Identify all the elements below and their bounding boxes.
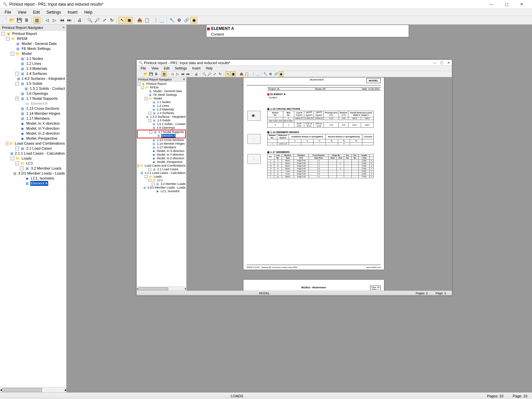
- tree-model[interactable]: Model: [21, 51, 32, 56]
- tree-12[interactable]: 1.2 Lines: [26, 61, 42, 66]
- inner-tool1-icon[interactable]: 🔧: [263, 71, 268, 76]
- inner-menu-insert[interactable]: Insert: [190, 66, 203, 70]
- inner-nav-hscroll[interactable]: ◂▸: [137, 287, 186, 291]
- tree-151[interactable]: 1.5.1 Solids - Contact: [29, 86, 66, 91]
- zoom-width-icon[interactable]: 🔎: [94, 17, 100, 24]
- inner-tree-fe[interactable]: FE Mesh Settings: [153, 93, 177, 97]
- inner-menu-settings[interactable]: Settings: [172, 66, 190, 70]
- cursor-icon[interactable]: ↖: [119, 17, 125, 24]
- tree-32[interactable]: 3.2 Member Loads: [30, 166, 62, 171]
- menu-edit[interactable]: Edit: [30, 9, 43, 15]
- inner-saveas-icon[interactable]: 🗎: [154, 71, 159, 76]
- inner-exp2-icon[interactable]: 📋: [244, 71, 249, 76]
- inner-maximize-button[interactable]: ▢: [440, 61, 443, 65]
- inner-menu-edit[interactable]: Edit: [161, 66, 172, 70]
- inner-tree-mx[interactable]: Model, In X-direction: [157, 149, 185, 153]
- tree-rfem[interactable]: RFEM: [16, 36, 28, 41]
- inner-tree-16[interactable]: 1.6 Openings: [157, 126, 175, 130]
- inner-save-icon[interactable]: 💾: [148, 71, 153, 76]
- open-icon[interactable]: 📂: [9, 17, 15, 24]
- inner-tree-211[interactable]: 2.1.1 Load Cases - Calculation: [144, 171, 186, 175]
- inner-tree-my[interactable]: Model, In Y-direction: [157, 153, 185, 157]
- inner-menu-view[interactable]: View: [149, 66, 161, 70]
- inner-exp1-icon[interactable]: 📤: [239, 71, 244, 76]
- prev-icon[interactable]: ◁: [44, 17, 51, 24]
- tree-lcc[interactable]: Load Cases and Combinations: [14, 141, 66, 146]
- menu-view[interactable]: View: [14, 9, 30, 15]
- navigator-tree[interactable]: -▣Printout Report -📁RFEM ▦Model - Genera…: [0, 31, 66, 387]
- maximize-button[interactable]: ▢: [499, 0, 514, 9]
- inner-tree-15[interactable]: 1.5 Solids: [157, 119, 171, 122]
- select-icon[interactable]: ▣: [126, 17, 133, 24]
- tree-114[interactable]: 1.14 Member Hinges: [26, 111, 61, 116]
- tree-16[interactable]: 1.6 Openings: [26, 91, 49, 96]
- tree-my[interactable]: Model, In Y-direction: [26, 126, 60, 131]
- refresh-icon[interactable]: ↻: [108, 17, 115, 24]
- inner-zoom3-icon[interactable]: ⤢: [212, 71, 217, 76]
- tool3-icon[interactable]: 🔗: [183, 17, 190, 24]
- tree-14[interactable]: 1.4 Surfaces: [26, 71, 48, 76]
- inner-refresh-icon[interactable]: ↻: [217, 71, 222, 76]
- inner-tree-mz[interactable]: Model, In Z-direction: [157, 157, 185, 160]
- tree-117[interactable]: 1.17 Members: [26, 116, 50, 121]
- tool1-icon[interactable]: 🔧: [169, 17, 175, 24]
- menu-help[interactable]: Help: [81, 9, 96, 15]
- toggle-nav-icon[interactable]: ▥: [34, 17, 40, 24]
- last-icon[interactable]: ⏭: [66, 17, 72, 24]
- inner-tree-14[interactable]: 1.4 Surfaces: [157, 111, 175, 115]
- inner-cursor-icon[interactable]: ↖: [225, 71, 230, 76]
- tool4-icon[interactable]: ◉: [191, 17, 197, 24]
- close-button[interactable]: ✕: [514, 0, 529, 9]
- inner-select-icon[interactable]: ▣: [231, 71, 236, 76]
- print-icon[interactable]: 🖨: [76, 17, 83, 24]
- inner-tree-mp[interactable]: Model, Perspective: [157, 160, 183, 164]
- inner-tree-21[interactable]: 2.1 Load Cases: [157, 168, 179, 171]
- inner-tree-element-a[interactable]: Element A: [161, 134, 176, 138]
- tree-mz[interactable]: Model, In Z-direction: [26, 131, 60, 136]
- inner-tree-mg[interactable]: Model - General Data: [153, 89, 182, 93]
- inner-tree-12[interactable]: 1.2 Lines: [157, 104, 170, 108]
- inner-exp4-icon[interactable]: 📃: [255, 71, 260, 76]
- tree-13[interactable]: 1.3 Materials: [26, 66, 48, 71]
- inner-tree-lc1[interactable]: LC1: [157, 179, 163, 182]
- inner-first-icon[interactable]: ⏮: [180, 71, 185, 76]
- inner-tree-loads[interactable]: Loads: [153, 175, 162, 179]
- inner-tree-rfem[interactable]: RFEM: [150, 86, 159, 89]
- inner-tool2-icon[interactable]: ⚙: [268, 71, 273, 76]
- saveas-icon[interactable]: 🗎: [23, 17, 30, 24]
- tree-142[interactable]: 1.4.2 Surfaces - Integrated: [21, 76, 66, 81]
- inner-open-icon[interactable]: 📂: [143, 71, 148, 76]
- inner-tree-151[interactable]: 1.5.1 Solids - Contact: [157, 122, 186, 126]
- inner-close-button[interactable]: ✕: [447, 61, 450, 65]
- tree-321[interactable]: 3.2/1 Member Loads - Loads: [17, 171, 66, 176]
- inner-tree-114[interactable]: 1.14 Member Hinges: [157, 142, 185, 146]
- tree-fe-mesh[interactable]: FE Mesh Settings: [21, 46, 51, 51]
- tree-mp[interactable]: Model, Perspective: [26, 136, 58, 141]
- tool2-icon[interactable]: ⚙: [176, 17, 183, 24]
- inner-tree-root[interactable]: Printout Report: [146, 82, 167, 86]
- inner-exp3-icon[interactable]: 📑: [249, 71, 254, 76]
- export4-icon[interactable]: 📃: [158, 17, 165, 24]
- inner-print-icon[interactable]: 🖨: [194, 71, 199, 76]
- inner-nav-close-icon[interactable]: ✕: [183, 78, 185, 81]
- inner-tool3-icon[interactable]: 🔗: [273, 71, 278, 76]
- inner-tree-lcc[interactable]: Load Cases and Combinations: [144, 164, 186, 168]
- inner-zoom2-icon[interactable]: 🔎: [207, 71, 212, 76]
- tree-element-a[interactable]: Element A: [30, 181, 48, 186]
- new-icon[interactable]: 📄: [1, 17, 8, 24]
- zoom-sel-icon[interactable]: ⤢: [101, 17, 108, 24]
- inner-tree-lciso[interactable]: LC1, Isometric: [160, 190, 180, 193]
- inner-tree-321[interactable]: 3.2/1 Member Loads - Loads: [147, 186, 186, 190]
- tree-17[interactable]: 1.7 Nodal Supports: [26, 96, 58, 101]
- expander-icon[interactable]: -: [1, 32, 5, 36]
- zoom-page-icon[interactable]: 🔍: [86, 17, 93, 24]
- tree-loads[interactable]: Loads: [21, 156, 32, 161]
- inner-navtoggle-icon[interactable]: ▥: [162, 71, 167, 76]
- inner-tree-13[interactable]: 1.3 Materials: [157, 108, 175, 111]
- inner-minimize-button[interactable]: —: [433, 61, 436, 65]
- inner-prev-icon[interactable]: ◁: [170, 71, 175, 76]
- inner-tree-11[interactable]: 1.1 Nodes: [157, 100, 171, 104]
- inner-tree-model[interactable]: Model: [153, 97, 162, 100]
- inner-new-icon[interactable]: 📄: [138, 71, 143, 76]
- inner-tree-32[interactable]: 3.2 Member Loads: [160, 182, 186, 186]
